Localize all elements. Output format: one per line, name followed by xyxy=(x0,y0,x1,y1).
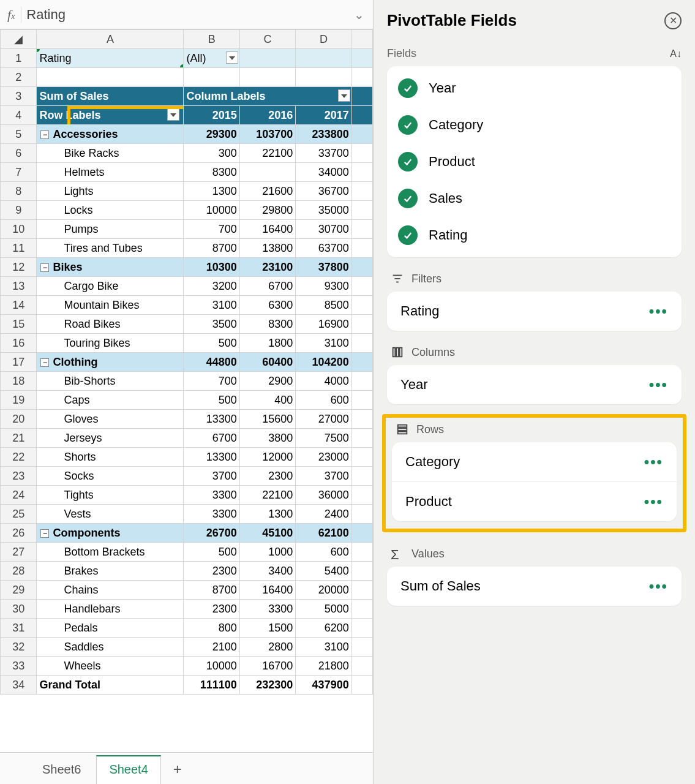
cell[interactable]: 20000 xyxy=(296,581,351,600)
row-header[interactable]: 22 xyxy=(1,448,37,467)
cell[interactable]: 10000 xyxy=(184,201,239,220)
row-header[interactable]: 21 xyxy=(1,429,37,448)
cell[interactable]: 37800 xyxy=(296,258,351,277)
collapse-icon[interactable]: − xyxy=(40,130,49,139)
category-cell[interactable]: −Components xyxy=(37,524,184,543)
product-cell[interactable]: Locks xyxy=(37,201,184,220)
cell[interactable]: 63700 xyxy=(296,239,351,258)
row-header[interactable]: 7 xyxy=(1,163,37,182)
cell[interactable]: 8700 xyxy=(184,581,239,600)
cell[interactable]: 10000 xyxy=(184,657,239,676)
row-header[interactable]: 8 xyxy=(1,182,37,201)
row-header[interactable]: 29 xyxy=(1,581,37,600)
cell[interactable]: 6200 xyxy=(296,619,351,638)
row-header[interactable]: 3 xyxy=(1,87,37,106)
row-header[interactable]: 14 xyxy=(1,296,37,315)
cell[interactable]: 500 xyxy=(184,334,239,353)
cell[interactable]: 16400 xyxy=(239,581,295,600)
row-header[interactable]: 5 xyxy=(1,125,37,144)
cell[interactable]: 1300 xyxy=(239,505,295,524)
product-cell[interactable]: Jerseys xyxy=(37,429,184,448)
row-labels-cell[interactable]: Row Labels xyxy=(37,106,184,125)
row-header[interactable]: 33 xyxy=(1,657,37,676)
filter-value-cell[interactable]: (All) xyxy=(184,49,239,68)
cell[interactable]: 3700 xyxy=(296,467,351,486)
row-header[interactable]: 15 xyxy=(1,315,37,334)
cell[interactable]: 7500 xyxy=(296,429,351,448)
column-filter-icon[interactable] xyxy=(338,89,350,102)
col-header-B[interactable]: B xyxy=(184,30,239,49)
drop-item[interactable]: Year ••• xyxy=(387,365,682,404)
cell[interactable]: 3300 xyxy=(239,600,295,619)
cell[interactable]: 29800 xyxy=(239,201,295,220)
cell[interactable]: 233800 xyxy=(296,125,351,144)
drop-item[interactable]: Product ••• xyxy=(392,482,677,521)
cell[interactable]: 6300 xyxy=(239,296,295,315)
col-header-A[interactable]: A xyxy=(37,30,184,49)
product-cell[interactable]: Helmets xyxy=(37,163,184,182)
cell[interactable]: 3300 xyxy=(184,505,239,524)
cell[interactable]: 104200 xyxy=(296,353,351,372)
cell[interactable]: 36700 xyxy=(296,182,351,201)
cell[interactable]: 8300 xyxy=(184,163,239,182)
cell[interactable]: 16400 xyxy=(239,220,295,239)
product-cell[interactable]: Cargo Bike xyxy=(37,277,184,296)
product-cell[interactable]: Shorts xyxy=(37,448,184,467)
cell[interactable]: 10300 xyxy=(184,258,239,277)
cell[interactable]: 30700 xyxy=(296,220,351,239)
grid[interactable]: ◢ A B C D 1 Rating (All) 23 Sum of Sales… xyxy=(0,29,373,752)
product-cell[interactable]: Bib-Shorts xyxy=(37,372,184,391)
cell[interactable]: 22100 xyxy=(239,486,295,505)
product-cell[interactable]: Road Bikes xyxy=(37,315,184,334)
cell[interactable]: 2400 xyxy=(296,505,351,524)
more-icon[interactable]: ••• xyxy=(644,453,663,470)
cell[interactable]: 500 xyxy=(184,543,239,562)
row-header[interactable]: 34 xyxy=(1,676,37,695)
year-header[interactable]: 2016 xyxy=(239,106,295,125)
cell[interactable]: 2800 xyxy=(239,638,295,657)
row-header[interactable]: 28 xyxy=(1,562,37,581)
cell[interactable]: 9300 xyxy=(296,277,351,296)
more-icon[interactable]: ••• xyxy=(649,578,668,595)
more-icon[interactable]: ••• xyxy=(649,303,668,320)
cell[interactable]: 13300 xyxy=(184,448,239,467)
chevron-down-icon[interactable]: ⌄ xyxy=(350,7,368,22)
more-icon[interactable]: ••• xyxy=(649,376,668,393)
cell[interactable]: 4000 xyxy=(296,372,351,391)
cell[interactable]: 1800 xyxy=(239,334,295,353)
drop-item[interactable]: Rating ••• xyxy=(387,292,682,331)
formula-input[interactable] xyxy=(26,7,350,23)
cell[interactable]: 3400 xyxy=(239,562,295,581)
category-cell[interactable]: −Clothing xyxy=(37,353,184,372)
field-item[interactable]: Year xyxy=(387,70,682,107)
grand-total-label[interactable]: Grand Total xyxy=(37,676,184,695)
row-header[interactable]: 9 xyxy=(1,201,37,220)
product-cell[interactable]: Touring Bikes xyxy=(37,334,184,353)
product-cell[interactable]: Tires and Tubes xyxy=(37,239,184,258)
filter-field-cell[interactable]: Rating xyxy=(37,49,184,68)
filters-dropzone[interactable]: Rating ••• xyxy=(387,292,682,331)
cell[interactable]: 35000 xyxy=(296,201,351,220)
year-header[interactable]: 2017 xyxy=(296,106,351,125)
field-item[interactable]: Category xyxy=(387,107,682,143)
cell[interactable]: 23000 xyxy=(296,448,351,467)
cell[interactable]: 3700 xyxy=(184,467,239,486)
row-header[interactable]: 16 xyxy=(1,334,37,353)
row-header[interactable]: 23 xyxy=(1,467,37,486)
product-cell[interactable]: Pedals xyxy=(37,619,184,638)
cell[interactable]: 13300 xyxy=(184,410,239,429)
cell[interactable]: 3300 xyxy=(184,486,239,505)
cell[interactable]: 23100 xyxy=(239,258,295,277)
row-header[interactable]: 27 xyxy=(1,543,37,562)
row-header[interactable]: 30 xyxy=(1,600,37,619)
product-cell[interactable]: Bike Racks xyxy=(37,144,184,163)
row-header[interactable]: 11 xyxy=(1,239,37,258)
sheet-tab-sheet4[interactable]: Sheet4 xyxy=(96,755,160,784)
row-header[interactable]: 19 xyxy=(1,391,37,410)
row-header[interactable]: 25 xyxy=(1,505,37,524)
cell[interactable]: 13800 xyxy=(239,239,295,258)
cell[interactable]: 3800 xyxy=(239,429,295,448)
cell[interactable]: 3200 xyxy=(184,277,239,296)
row-header[interactable]: 1 xyxy=(1,49,37,68)
cell[interactable]: 700 xyxy=(184,220,239,239)
